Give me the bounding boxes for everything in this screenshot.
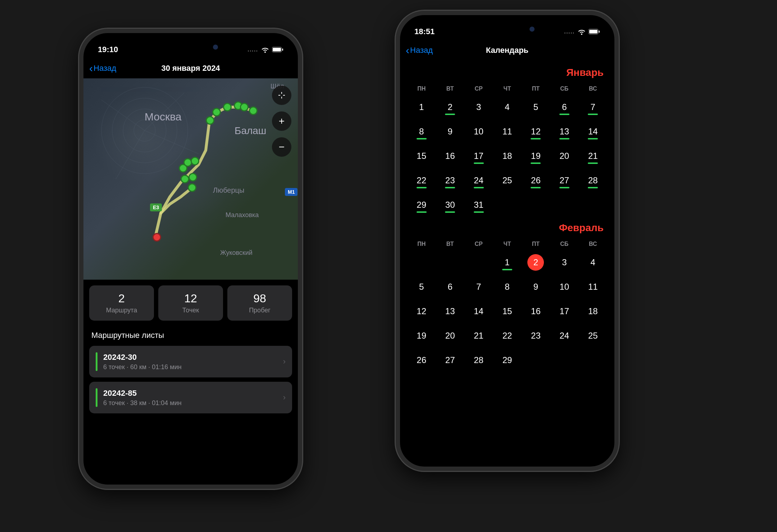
day-cell[interactable]: 2 [522, 252, 550, 273]
day-number: 20 [560, 151, 569, 161]
day-cell[interactable]: 20 [436, 325, 464, 347]
day-cell[interactable]: 3 [550, 252, 578, 273]
dynamic-island [475, 22, 540, 37]
back-button[interactable]: ‹ Назад [406, 44, 433, 56]
day-cell[interactable]: 20 [550, 145, 578, 167]
day-cell[interactable]: 23 [436, 170, 464, 191]
calendar-body[interactable]: ЯнварьПНВТСРЧТПТСБВС12345678910111213141… [400, 60, 614, 371]
day-cell[interactable]: 25 [579, 325, 607, 347]
day-cell[interactable]: 18 [493, 145, 521, 167]
day-number: 8 [419, 127, 424, 137]
chevron-right-icon: › [283, 393, 286, 402]
day-cell[interactable]: 22 [407, 170, 436, 191]
day-cell[interactable]: 3 [464, 96, 493, 118]
day-number: 22 [503, 331, 512, 341]
day-cell[interactable]: 30 [436, 194, 464, 216]
back-button[interactable]: ‹ Назад [89, 62, 116, 74]
map-pin-end-icon[interactable] [153, 233, 161, 242]
stat-routes[interactable]: 2 Маршрута [89, 285, 154, 321]
day-cell[interactable]: 4 [493, 96, 521, 118]
nav-bar: ‹ Назад Календарь [400, 40, 614, 60]
map-center-button[interactable] [272, 86, 291, 105]
day-cell[interactable]: 12 [522, 121, 550, 142]
route-item[interactable]: 20242-85 6 точек · 38 км · 01:04 мин › [89, 382, 292, 413]
day-number: 27 [445, 355, 455, 365]
day-number: 6 [447, 282, 452, 292]
day-cell[interactable]: 16 [522, 301, 550, 322]
day-cell[interactable]: 4 [579, 252, 607, 273]
day-cell[interactable]: 9 [436, 121, 464, 142]
day-number: 29 [417, 200, 426, 210]
days-grid: 1234567891011121314151617181920212223242… [407, 96, 607, 216]
day-cell[interactable]: 13 [436, 301, 464, 322]
day-cell[interactable]: 23 [522, 325, 550, 347]
zoom-in-button[interactable]: + [272, 111, 291, 131]
status-time: 18:51 [414, 27, 435, 36]
day-cell[interactable]: 11 [579, 276, 607, 298]
day-cell[interactable]: 8 [407, 121, 436, 142]
svg-rect-13 [599, 31, 600, 33]
day-cell[interactable]: 7 [579, 96, 607, 118]
day-cell[interactable]: 26 [407, 349, 436, 371]
day-cell[interactable]: 6 [550, 96, 578, 118]
day-cell[interactable]: 10 [464, 121, 493, 142]
day-cell[interactable]: 15 [493, 301, 521, 322]
day-cell[interactable]: 21 [579, 145, 607, 167]
day-number: 16 [445, 151, 455, 161]
day-cell[interactable]: 28 [464, 349, 493, 371]
day-cell[interactable]: 1 [493, 252, 521, 273]
day-cell[interactable]: 17 [550, 301, 578, 322]
day-cell[interactable]: 19 [407, 325, 436, 347]
day-cell[interactable]: 26 [522, 170, 550, 191]
map-pin-icon[interactable] [223, 103, 232, 111]
day-cell[interactable]: 1 [407, 96, 436, 118]
day-cell[interactable]: 29 [407, 194, 436, 216]
map-pin-icon[interactable] [249, 106, 258, 115]
day-cell[interactable]: 21 [464, 325, 493, 347]
day-cell[interactable]: 11 [493, 121, 521, 142]
day-cell[interactable]: 18 [579, 301, 607, 322]
day-number: 2 [527, 254, 544, 271]
day-cell[interactable]: 7 [464, 276, 493, 298]
day-cell[interactable]: 24 [464, 170, 493, 191]
map-label-balashikha: Балаш [235, 125, 266, 137]
map-pin-icon[interactable] [240, 103, 249, 111]
map-pin-icon[interactable] [188, 183, 196, 192]
map-view[interactable]: Москва Балаш Люберцы Малаховка Жуковский… [83, 78, 298, 280]
day-cell[interactable]: 12 [407, 301, 436, 322]
day-cell[interactable]: 13 [550, 121, 578, 142]
route-item[interactable]: 20242-30 6 точек · 60 км · 01:16 мин › [89, 346, 292, 377]
day-cell[interactable]: 28 [579, 170, 607, 191]
day-cell[interactable]: 14 [464, 301, 493, 322]
day-cell[interactable]: 29 [493, 349, 521, 371]
day-cell[interactable]: 17 [464, 145, 493, 167]
zoom-out-button[interactable]: − [272, 137, 291, 157]
day-cell[interactable]: 22 [493, 325, 521, 347]
day-cell[interactable]: 8 [493, 276, 521, 298]
map-pin-icon[interactable] [181, 175, 189, 183]
map-pin-icon[interactable] [212, 108, 221, 116]
day-cell[interactable]: 25 [493, 170, 521, 191]
day-cell[interactable]: 24 [550, 325, 578, 347]
dynamic-island [158, 40, 223, 55]
day-cell[interactable]: 2 [436, 96, 464, 118]
day-cell[interactable]: 5 [522, 96, 550, 118]
day-cell[interactable]: 15 [407, 145, 436, 167]
day-cell[interactable]: 6 [436, 276, 464, 298]
day-cell[interactable]: 14 [579, 121, 607, 142]
day-cell[interactable]: 19 [522, 145, 550, 167]
day-cell[interactable]: 16 [436, 145, 464, 167]
day-cell[interactable]: 10 [550, 276, 578, 298]
stat-mileage[interactable]: 98 Пробег [227, 285, 292, 321]
map-pin-icon[interactable] [191, 157, 199, 165]
route-status-bar-icon [96, 352, 97, 371]
status-time: 19:10 [98, 45, 118, 54]
day-cell[interactable]: 5 [407, 276, 436, 298]
map-pin-icon[interactable] [206, 116, 214, 125]
map-pin-icon[interactable] [188, 173, 197, 182]
day-cell[interactable]: 27 [436, 349, 464, 371]
stat-points[interactable]: 12 Точек [158, 285, 223, 321]
day-cell[interactable]: 27 [550, 170, 578, 191]
day-cell[interactable]: 9 [522, 276, 550, 298]
day-cell[interactable]: 31 [464, 194, 493, 216]
